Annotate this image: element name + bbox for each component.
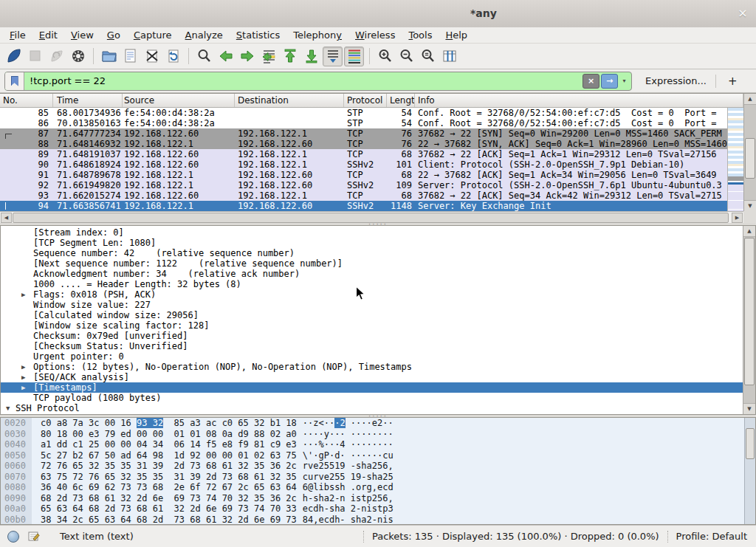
scroll-up-arrow-icon[interactable]: ▲ <box>743 226 755 237</box>
auto-scroll-button[interactable] <box>323 47 343 66</box>
display-filter-input[interactable]: !tcp.port == 22 <box>24 75 583 86</box>
go-back-button[interactable] <box>216 47 236 66</box>
packet-list-minimap[interactable] <box>727 108 743 211</box>
hex-row-00a0[interactable]: 00a065 63 64 68 2d 73 68 61 32 2d 6e 69 … <box>1 503 755 515</box>
zoom-out-button[interactable] <box>396 47 416 66</box>
open-file-button[interactable] <box>99 47 119 66</box>
detail-line[interactable]: [Stream index: 0] <box>1 227 743 238</box>
expert-info-icon[interactable] <box>7 531 19 543</box>
expand-arrow-icon[interactable]: ▶ <box>21 289 30 300</box>
detail-line[interactable]: Urgent pointer: 0 <box>1 351 743 362</box>
menu-tools[interactable]: Tools <box>402 28 439 42</box>
start-capture-button[interactable] <box>4 47 24 66</box>
resize-columns-button[interactable] <box>439 47 459 66</box>
close-window-button[interactable]: × <box>735 6 750 21</box>
packet-row-94[interactable]: 9471.663856741192.168.122.1192.168.122.6… <box>0 201 727 211</box>
menu-edit[interactable]: Edit <box>32 28 64 42</box>
detail-line[interactable]: [Calculated window size: 29056] <box>1 310 743 320</box>
title-bar[interactable]: *any × <box>0 0 756 28</box>
save-file-button[interactable] <box>120 47 140 66</box>
packet-row-92[interactable]: 9271.661949820192.168.122.1192.168.122.6… <box>0 180 727 190</box>
hex-row-00b0[interactable]: 00b038 34 2c 65 63 64 68 2d 73 68 61 32 … <box>1 515 755 526</box>
detail-line[interactable]: Sequence number: 42 (relative sequence n… <box>1 248 743 258</box>
scrollbar-thumb[interactable] <box>745 138 755 179</box>
detail-line[interactable]: Acknowledgment number: 34 (relative ack … <box>1 269 743 279</box>
packet-row-87[interactable]: 8771.647777234192.168.122.60192.168.122.… <box>0 128 727 139</box>
hex-row-0060[interactable]: 006072 76 65 32 35 35 31 39 2d 73 68 61 … <box>1 461 755 472</box>
filter-apply-button[interactable]: → <box>601 74 618 89</box>
scroll-left-arrow-icon[interactable]: ◀ <box>1 213 12 223</box>
detail-line[interactable]: Window size value: 227 <box>1 300 743 310</box>
packet-row-88[interactable]: 8871.648146932192.168.122.1192.168.122.6… <box>0 139 727 149</box>
filter-clear-button[interactable]: × <box>583 74 599 89</box>
scroll-right-arrow-icon[interactable]: ▶ <box>732 213 743 223</box>
detail-line[interactable]: 1000 .... = Header Length: 32 bytes (8) <box>1 279 743 289</box>
hex-row-0090[interactable]: 009068 2d 73 68 61 32 2d 6e 69 73 74 70 … <box>1 493 755 504</box>
colorize-button[interactable] <box>344 47 364 66</box>
detail-line[interactable]: ▶Options: (12 bytes), No-Operation (NOP)… <box>1 362 743 372</box>
detail-line[interactable]: TCP payload (1080 bytes) <box>1 393 743 403</box>
hex-row-0020[interactable]: 0020c0 a8 7a 3c 00 16 93 32 85 a3 ac c0 … <box>1 418 755 429</box>
hex-vertical-scrollbar[interactable] <box>744 418 755 524</box>
packet-list-vertical-scrollbar[interactable]: ▲ ▼ <box>743 94 756 211</box>
hex-row-0070[interactable]: 007063 75 72 76 65 32 35 35 31 39 2d 73 … <box>1 472 755 483</box>
menu-view[interactable]: View <box>64 28 100 42</box>
packet-row-86[interactable]: 8670.013850163fe:54:00:d4:38:2aSTP54Conf… <box>0 118 727 128</box>
column-header-length[interactable]: Length <box>387 94 415 107</box>
detail-line[interactable]: ▶[SEQ/ACK analysis] <box>1 372 743 382</box>
hex-dump[interactable]: 0020c0 a8 7a 3c 00 16 93 32 85 a3 ac c0 … <box>1 418 755 525</box>
menu-wireless[interactable]: Wireless <box>348 28 402 42</box>
packet-row-93[interactable]: 9371.662015274192.168.122.60192.168.122.… <box>0 190 727 201</box>
scroll-down-arrow-icon[interactable]: ▼ <box>743 403 755 414</box>
close-file-button[interactable] <box>142 47 162 66</box>
scroll-up-arrow-icon[interactable]: ▲ <box>744 94 756 105</box>
profile-text[interactable]: Profile: Default <box>676 531 747 542</box>
expression-button[interactable]: Expression... <box>641 73 711 89</box>
zoom-100-button[interactable] <box>418 47 438 66</box>
hex-row-0050[interactable]: 00505c 27 b2 67 50 ad 64 98 1d 92 00 00 … <box>1 450 755 461</box>
details-vertical-scrollbar[interactable]: ▲ ▼ <box>743 226 755 414</box>
menu-file[interactable]: File <box>3 28 32 42</box>
packet-row-85[interactable]: 8568.001734936fe:54:00:d4:38:2aSTP54Conf… <box>0 108 727 118</box>
detail-line[interactable]: Checksum: 0x79ed [unverified] <box>1 331 743 341</box>
expand-arrow-icon[interactable]: ▶ <box>21 362 30 372</box>
find-packet-button[interactable] <box>194 47 214 66</box>
hex-row-0040[interactable]: 0040a1 dd c1 25 00 00 04 34 06 14 f5 e8 … <box>1 439 755 450</box>
detail-line[interactable]: [TCP Segment Len: 1080] <box>1 238 743 248</box>
expand-arrow-icon[interactable]: ▶ <box>21 382 30 393</box>
menu-statistics[interactable]: Statistics <box>230 28 286 42</box>
detail-line[interactable]: ▶Flags: 0x018 (PSH, ACK) <box>1 289 743 300</box>
scrollbar-thumb[interactable] <box>744 238 755 385</box>
hex-row-0030[interactable]: 003080 18 00 e3 79 ed 00 00 01 01 08 0a … <box>1 429 755 440</box>
column-header-destination[interactable]: Destination <box>235 94 344 107</box>
add-filter-button[interactable]: + <box>721 74 745 89</box>
column-header-info[interactable]: Info <box>415 94 743 107</box>
detail-line[interactable]: [Checksum Status: Unverified] <box>1 341 743 351</box>
filter-dropdown-caret[interactable]: ▾ <box>619 75 629 88</box>
menu-capture[interactable]: Capture <box>127 28 179 42</box>
packet-row-89[interactable]: 8971.648191037192.168.122.60192.168.122.… <box>0 149 727 159</box>
expand-arrow-icon[interactable]: ▶ <box>21 372 30 382</box>
column-header-protocol[interactable]: Protocol <box>344 94 387 107</box>
filter-bookmark-button[interactable] <box>5 72 24 90</box>
go-forward-button[interactable] <box>237 47 257 66</box>
column-header-source[interactable]: Source <box>123 94 235 107</box>
zoom-in-button[interactable] <box>375 47 395 66</box>
scrollbar-thumb[interactable] <box>746 428 755 459</box>
go-to-packet-button[interactable] <box>258 47 278 66</box>
collapse-arrow-icon[interactable]: ▼ <box>6 403 15 413</box>
menu-help[interactable]: Help <box>439 28 474 42</box>
menu-analyze[interactable]: Analyze <box>179 28 230 42</box>
go-top-button[interactable] <box>280 47 300 66</box>
packet-row-91[interactable]: 9171.648789678192.168.122.1192.168.122.6… <box>0 170 727 180</box>
detail-line[interactable]: [Next sequence number: 1122 (relative se… <box>1 258 743 269</box>
capture-comment-button[interactable] <box>27 530 41 543</box>
column-header-time[interactable]: Time <box>53 94 123 107</box>
menu-go[interactable]: Go <box>100 28 127 42</box>
detail-line[interactable]: ▶[Timestamps] <box>1 382 743 393</box>
capture-options-button[interactable] <box>68 47 88 66</box>
scroll-down-arrow-icon[interactable]: ▼ <box>744 200 756 211</box>
menu-telephony[interactable]: Telephony <box>286 28 348 42</box>
go-bottom-button[interactable] <box>301 47 321 66</box>
packet-row-90[interactable]: 9071.648618924192.168.122.60192.168.122.… <box>0 159 727 170</box>
